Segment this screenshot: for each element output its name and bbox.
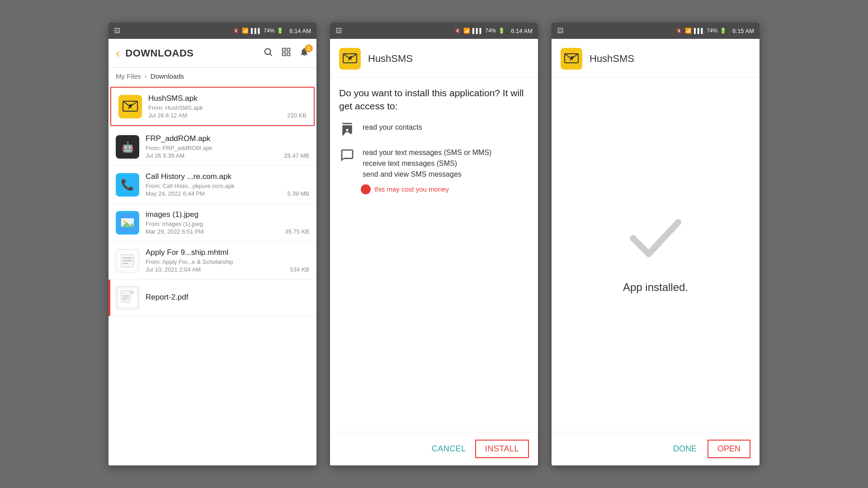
svg-point-17 bbox=[123, 220, 126, 223]
svg-text:✗: ✗ bbox=[348, 55, 353, 62]
file-details-apply: Apply For 9...ship.mhtml From: Apply For… bbox=[146, 248, 309, 273]
file-name-hushsms: HushSMS.apk bbox=[148, 94, 307, 103]
screen2-img-icon: 🖼 bbox=[335, 27, 342, 34]
file-meta-frp: Jul 26 5:39 AM 28.47 MB bbox=[146, 152, 309, 159]
file-details-images: images (1).jpeg From: images (1).jpeg Ma… bbox=[146, 210, 309, 235]
permission-sms-text: read your text messages (SMS or MMS) rec… bbox=[363, 147, 491, 180]
file-icon-images bbox=[116, 211, 139, 235]
install-button[interactable]: INSTALL bbox=[475, 440, 529, 458]
file-size-frp: 28.47 MB bbox=[284, 152, 309, 159]
svg-rect-3 bbox=[287, 48, 290, 51]
screen-image-icon: 🖼 bbox=[114, 27, 120, 34]
svg-text:🤖: 🤖 bbox=[122, 141, 134, 153]
status-time-3: 6:15 AM bbox=[732, 28, 754, 34]
permission-contacts-text: read your contacts bbox=[363, 122, 422, 133]
file-meta-hushsms: Jul 26 6:12 AM 220 KB bbox=[148, 112, 307, 119]
notification-badge: 1 bbox=[305, 44, 313, 52]
screen-downloads: 🖼 🔇 📶 ▌▌▌ 74% 🔋 6:14 AM ‹ DOWNLOADS bbox=[108, 23, 316, 465]
file-item-hushsms[interactable]: ✗ HushSMS.apk From: HushSMS.apk Jul 26 6… bbox=[110, 87, 315, 126]
file-meta-callhistory: May 24, 2022 6:44 PM 5.39 MB bbox=[146, 190, 309, 197]
install-body: ✗ HushSMS Do you want to install this ap… bbox=[330, 39, 538, 465]
battery-text: 74% bbox=[264, 28, 274, 34]
install-buttons: CANCEL INSTALL bbox=[330, 432, 538, 465]
file-from-images: From: images (1).jpeg bbox=[146, 221, 309, 227]
permission-contacts: read your contacts bbox=[339, 122, 529, 138]
breadcrumb-root: My Files bbox=[116, 72, 141, 80]
breadcrumb-current: Downloads bbox=[151, 72, 184, 80]
svg-text:📞: 📞 bbox=[121, 178, 134, 191]
file-from-callhistory: From: Call Histo...pkpure.com.apk bbox=[146, 183, 309, 189]
file-icon-hushsms: ✗ bbox=[118, 95, 142, 118]
svg-point-36 bbox=[361, 184, 371, 194]
file-details-hushsms: HushSMS.apk From: HushSMS.apk Jul 26 6:1… bbox=[148, 94, 307, 119]
toolbar-1: ‹ DOWNLOADS 1 bbox=[108, 39, 316, 68]
installed-app-name: HushSMS bbox=[590, 53, 634, 65]
screens-container: 🖼 🔇 📶 ▌▌▌ 74% 🔋 6:14 AM ‹ DOWNLOADS bbox=[0, 0, 868, 488]
file-date-hushsms: Jul 26 6:12 AM bbox=[148, 112, 187, 119]
screen-install: 🖼 🔇 📶 ▌▌▌ 74% 🔋 6:14 AM ✗ bbox=[330, 23, 538, 465]
svg-text:✗: ✗ bbox=[569, 55, 574, 62]
installed-buttons: DONE OPEN bbox=[552, 432, 760, 465]
mute-icon: 🔇 bbox=[233, 28, 240, 34]
svg-rect-5 bbox=[287, 53, 290, 56]
install-app-name: HushSMS bbox=[368, 53, 413, 65]
battery-icon: 🔋 bbox=[277, 28, 283, 34]
warning-text: this may cost you money bbox=[374, 185, 449, 193]
file-item-report[interactable]: Report-2.pdf bbox=[108, 280, 316, 316]
install-app-icon: ✗ bbox=[339, 48, 361, 70]
open-button[interactable]: OPEN bbox=[708, 440, 750, 458]
file-icon-callhistory: 📞 bbox=[116, 173, 139, 197]
signal-icon-3: ▌▌▌ bbox=[694, 28, 704, 33]
status-time-1: 6:14 AM bbox=[289, 28, 311, 34]
status-icons-3: 🔇 📶 ▌▌▌ 74% 🔋 6:15 AM bbox=[676, 28, 754, 34]
search-icon[interactable] bbox=[263, 47, 273, 59]
signal-icon-2: ▌▌▌ bbox=[472, 28, 483, 33]
file-from-hushsms: From: HushSMS.apk bbox=[148, 104, 307, 111]
status-icons-2: 🔇 📶 ▌▌▌ 74% 🔋 6:14 AM bbox=[454, 28, 533, 34]
file-date-apply: Jul 10, 2021 2:04 AM bbox=[146, 266, 201, 273]
file-item-images[interactable]: images (1).jpeg From: images (1).jpeg Ma… bbox=[108, 204, 316, 242]
file-name-frp: FRP_addROM.apk bbox=[146, 134, 309, 143]
breadcrumb-chevron: › bbox=[145, 72, 147, 80]
file-details-frp: FRP_addROM.apk From: FRP_addROM.apk Jul … bbox=[146, 134, 309, 159]
back-button[interactable]: ‹ bbox=[116, 46, 120, 61]
contacts-icon bbox=[339, 122, 355, 138]
file-name-report: Report-2.pdf bbox=[146, 293, 309, 302]
sms-icon bbox=[339, 147, 355, 164]
installed-app-icon: ✗ bbox=[561, 48, 582, 70]
cancel-button[interactable]: CANCEL bbox=[432, 444, 466, 454]
file-from-frp: From: FRP_addROM.apk bbox=[146, 145, 309, 151]
file-item-callhistory[interactable]: 📞 Call History ...re.com.apk From: Call … bbox=[108, 166, 316, 204]
battery-icon-2: 🔋 bbox=[498, 28, 505, 34]
wifi-icon-3: 📶 bbox=[685, 28, 692, 34]
installed-header: ✗ HushSMS bbox=[552, 39, 760, 77]
file-size-apply: 534 KB bbox=[290, 266, 309, 273]
permission-sms: read your text messages (SMS or MMS) rec… bbox=[339, 147, 529, 194]
mute-icon-2: 🔇 bbox=[454, 28, 461, 34]
wifi-icon: 📶 bbox=[242, 28, 249, 34]
file-date-callhistory: May 24, 2022 6:44 PM bbox=[146, 190, 205, 197]
battery-text-2: 74% bbox=[485, 28, 496, 34]
file-icon-apply bbox=[116, 249, 139, 272]
done-button[interactable]: DONE bbox=[673, 444, 697, 454]
file-details-report: Report-2.pdf bbox=[146, 293, 309, 303]
svg-text:✗: ✗ bbox=[127, 103, 133, 110]
grid-icon[interactable] bbox=[281, 47, 291, 59]
file-meta-apply: Jul 10, 2021 2:04 AM 534 KB bbox=[146, 266, 309, 273]
file-name-apply: Apply For 9...ship.mhtml bbox=[146, 248, 309, 257]
file-date-images: Mar 29, 2022 6:51 PM bbox=[146, 228, 204, 235]
svg-rect-25 bbox=[121, 291, 130, 302]
file-meta-images: Mar 29, 2022 6:51 PM 35.75 KB bbox=[146, 228, 309, 235]
status-time-2: 6:14 AM bbox=[511, 28, 533, 34]
install-header: ✗ HushSMS bbox=[330, 39, 538, 77]
file-item-apply[interactable]: Apply For 9...ship.mhtml From: Apply For… bbox=[108, 242, 316, 280]
permission-warning: this may cost you money bbox=[361, 184, 449, 194]
notification-icon[interactable]: 1 bbox=[299, 47, 309, 59]
status-bar-2: 🖼 🔇 📶 ▌▌▌ 74% 🔋 6:14 AM bbox=[330, 23, 538, 39]
breadcrumb: My Files › Downloads bbox=[108, 68, 316, 85]
svg-point-0 bbox=[265, 49, 271, 55]
file-icon-frp: 🤖 bbox=[116, 135, 139, 159]
file-name-images: images (1).jpeg bbox=[146, 210, 309, 219]
file-item-frp[interactable]: 🤖 FRP_addROM.apk From: FRP_addROM.apk Ju… bbox=[108, 128, 316, 166]
file-from-apply: From: Apply For...e & Scholarship bbox=[146, 258, 309, 265]
